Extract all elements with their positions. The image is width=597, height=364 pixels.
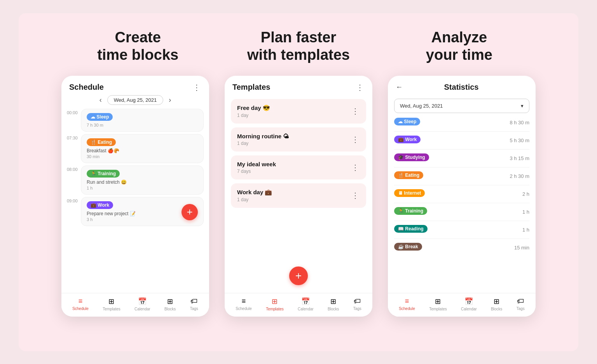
template-name-workDay: Work day 💼 — [237, 189, 272, 196]
template-duration-idealWeek: 7 days — [237, 169, 276, 174]
stats-row-eating: 🍴 Eating 2 h 30 m — [394, 171, 529, 181]
nav-schedule[interactable]: ≡ Schedule — [72, 297, 89, 311]
date-nav: ‹ Wed, Aug 25, 2021 › — [61, 95, 209, 109]
stats-row-reading: 📖 Reading 1 h — [394, 225, 529, 235]
template-name-freeDay: Free day 😎 — [237, 104, 270, 111]
nav-blocks-icon-3: ⊞ — [494, 297, 499, 306]
statistics-title: Statistics — [444, 83, 479, 92]
nav-calendar-label-2: Calendar — [298, 307, 314, 311]
nav-schedule-icon-2: ≡ — [242, 297, 246, 305]
nav-blocks-3[interactable]: ⊞ Blocks — [491, 297, 502, 311]
stats-time-studying: 3 h 15 m — [510, 155, 529, 161]
stats-tag-sleep: ☁ Sleep — [394, 118, 420, 125]
nav-tags-label-2: Tags — [353, 307, 361, 311]
time-label-sleep: 00:00 — [67, 109, 81, 115]
nav-calendar-2[interactable]: 📅 Calendar — [298, 297, 314, 311]
divider-3 — [394, 167, 529, 167]
back-button[interactable]: ← — [396, 83, 403, 91]
nav-tags-1[interactable]: 🏷 Tags — [190, 297, 198, 311]
nav-calendar-label-1: Calendar — [134, 307, 150, 311]
nav-schedule-3[interactable]: ≡ Schedule — [399, 297, 415, 311]
templates-menu[interactable]: ⋮ — [356, 83, 365, 92]
block-duration-eating: 30 min — [87, 154, 198, 159]
nav-templates-1[interactable]: ⊞ Templates — [103, 297, 120, 311]
stats-time-break: 15 min — [514, 245, 529, 251]
nav-calendar-3[interactable]: 📅 Calendar — [461, 297, 477, 311]
stats-row-studying: 🎓 Studying 3 h 15 m — [394, 153, 529, 163]
nav-templates-icon-1: ⊞ — [108, 297, 114, 306]
prev-date-button[interactable]: ‹ — [100, 96, 102, 104]
time-row-work: 09:00 💼 Work Prepare new project 📝 3 h + — [67, 197, 204, 226]
nav-templates-icon-3: ⊞ — [435, 297, 441, 306]
nav-blocks-icon-2: ⊞ — [330, 297, 336, 306]
nav-tags-icon-3: 🏷 — [517, 297, 524, 305]
nav-blocks-1[interactable]: ⊞ Blocks — [164, 297, 176, 311]
nav-tags-2[interactable]: 🏷 Tags — [353, 297, 361, 311]
stats-date-text: Wed, Aug 25, 2021 — [400, 103, 443, 109]
nav-blocks-label-1: Blocks — [164, 307, 176, 311]
template-item-idealWeek[interactable]: My ideal week 7 days ⋮ — [231, 155, 366, 179]
stats-date-select[interactable]: Wed, Aug 25, 2021 ▾ — [394, 99, 529, 113]
nav-calendar-1[interactable]: 📅 Calendar — [134, 297, 150, 311]
next-date-button[interactable]: › — [169, 96, 171, 104]
nav-templates-icon-2: ⊞ — [272, 297, 278, 306]
template-name-morning: Morning routine 🌤 — [237, 133, 289, 139]
block-tag-work: 💼 Work — [87, 201, 113, 209]
nav-schedule-label-2: Schedule — [236, 307, 252, 311]
template-duration-freeDay: 1 day — [237, 113, 270, 118]
block-duration-sleep: 7 h 30 m — [87, 123, 198, 127]
template-info-workDay: Work day 💼 1 day — [237, 189, 272, 202]
nav-templates-2[interactable]: ⊞ Templates — [266, 297, 284, 311]
nav-tags-icon-2: 🏷 — [354, 297, 361, 305]
template-info-morning: Morning routine 🌤 1 day — [237, 133, 289, 146]
headline-3: Analyze your time — [379, 29, 539, 64]
template-menu-morning[interactable]: ⋮ — [351, 135, 360, 144]
block-tag-sleep: ☁ Sleep — [87, 113, 113, 121]
stats-row-break: ☕ Break 15 min — [394, 243, 529, 253]
block-desc-training: Run and stretch 😄 — [87, 179, 198, 185]
schedule-title: Schedule — [69, 83, 104, 92]
statistics-bottom-nav: ≡ Schedule ⊞ Templates 📅 Calendar ⊞ Bloc… — [388, 293, 536, 317]
phones-row: Schedule ⋮ ‹ Wed, Aug 25, 2021 › 00:00 ☁… — [34, 76, 563, 340]
schedule-bottom-nav: ≡ Schedule ⊞ Templates 📅 Calendar ⊞ Bloc… — [61, 293, 209, 317]
template-item-morning[interactable]: Morning routine 🌤 1 day ⋮ — [231, 127, 366, 152]
block-card-eating[interactable]: 🍴 Eating Breakfast 🍎🥐 30 min — [81, 134, 204, 163]
template-menu-workDay[interactable]: ⋮ — [351, 191, 360, 200]
block-card-work[interactable]: 💼 Work Prepare new project 📝 3 h + — [81, 197, 204, 226]
nav-templates-3[interactable]: ⊞ Templates — [429, 297, 447, 311]
block-card-training[interactable]: 🏃 Training Run and stretch 😄 1 h — [81, 165, 204, 195]
nav-blocks-label-2: Blocks — [328, 307, 339, 311]
dropdown-chevron: ▾ — [521, 103, 524, 109]
stats-row-work: 💼 Work 5 h 30 m — [394, 136, 529, 145]
add-template-button[interactable]: + — [289, 266, 308, 285]
headline-1: Create time blocks — [58, 29, 218, 64]
stats-row-training: 🏃 Training 1 h — [394, 207, 529, 217]
schedule-menu[interactable]: ⋮ — [193, 83, 201, 92]
stats-time-sleep: 8 h 30 m — [510, 120, 529, 125]
time-label-training: 08:00 — [67, 165, 81, 172]
nav-tags-3[interactable]: 🏷 Tags — [517, 297, 525, 311]
nav-schedule-2[interactable]: ≡ Schedule — [236, 297, 252, 311]
template-menu-freeDay[interactable]: ⋮ — [351, 106, 360, 116]
add-block-button[interactable]: + — [182, 204, 198, 220]
block-tag-eating: 🍴 Eating — [87, 138, 116, 146]
nav-schedule-label-3: Schedule — [399, 307, 415, 311]
template-item-workDay[interactable]: Work day 💼 1 day ⋮ — [231, 183, 366, 208]
stats-tag-studying: 🎓 Studying — [394, 153, 429, 161]
divider-2 — [394, 149, 529, 150]
nav-blocks-2[interactable]: ⊞ Blocks — [328, 297, 339, 311]
stats-date-row: Wed, Aug 25, 2021 ▾ — [388, 95, 536, 115]
current-date[interactable]: Wed, Aug 25, 2021 — [107, 95, 163, 105]
template-menu-idealWeek[interactable]: ⋮ — [351, 163, 360, 172]
nav-calendar-icon-1: 📅 — [138, 297, 147, 306]
block-tag-training: 🏃 Training — [87, 170, 120, 178]
nav-schedule-icon-3: ≡ — [405, 297, 409, 305]
stats-tag-reading: 📖 Reading — [394, 225, 428, 233]
template-item-freeDay[interactable]: Free day 😎 1 day ⋮ — [231, 99, 366, 124]
stats-row-sleep: ☁ Sleep 8 h 30 m — [394, 118, 529, 127]
nav-schedule-label: Schedule — [72, 307, 89, 311]
stats-time-eating: 2 h 30 m — [510, 173, 529, 179]
stats-tag-internet: 🖥 Internet — [394, 189, 425, 197]
block-card-sleep[interactable]: ☁ Sleep 7 h 30 m — [81, 109, 204, 132]
time-label-eating: 07:30 — [67, 134, 81, 140]
